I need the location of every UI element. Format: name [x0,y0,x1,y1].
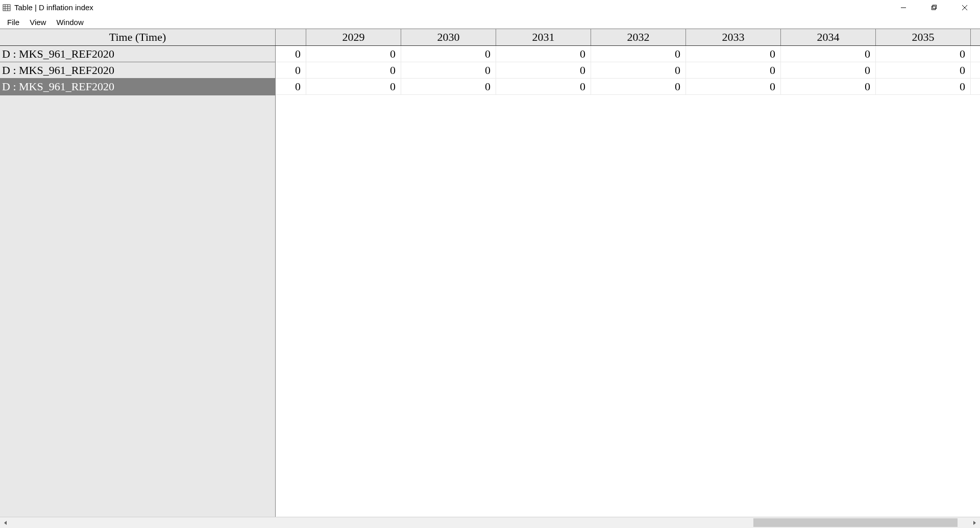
column-header-2030[interactable]: 2030 [401,29,496,45]
column-header-2034[interactable]: 2034 [781,29,876,45]
table-filler [0,95,980,517]
data-cell-tail [971,46,980,62]
svg-rect-7 [933,5,937,9]
svg-marker-11 [973,521,976,525]
column-header-2031[interactable]: 2031 [496,29,591,45]
data-cell[interactable]: 0 [686,46,781,62]
time-header[interactable]: Time (Time) [0,29,276,45]
data-cell[interactable]: 0 [276,46,306,62]
column-header-2032[interactable]: 2032 [591,29,686,45]
menubar: File View Window [0,15,980,29]
maximize-button[interactable] [919,0,949,15]
table-row[interactable]: D : MKS_961_REF202000000000 [0,62,980,79]
data-cell[interactable]: 0 [876,46,971,62]
column-header-2033[interactable]: 2033 [686,29,781,45]
window-title: Table | D inflation index [14,3,93,12]
scrollbar-track[interactable] [11,517,969,528]
data-area-filler [276,95,980,517]
table-row[interactable]: D : MKS_961_REF202000000000 [0,46,980,62]
data-cell[interactable]: 0 [591,46,686,62]
horizontal-scrollbar[interactable] [0,517,980,528]
data-cell[interactable]: 0 [876,62,971,79]
data-cell[interactable]: 0 [496,46,591,62]
data-cell[interactable]: 0 [686,79,781,95]
data-cell[interactable]: 0 [401,46,496,62]
data-cell-tail [971,79,980,95]
data-cell[interactable]: 0 [306,46,401,62]
titlebar: Table | D inflation index [0,0,980,15]
data-cell[interactable]: 0 [591,62,686,79]
data-cell[interactable]: 0 [496,79,591,95]
data-cell[interactable]: 0 [591,79,686,95]
menu-window[interactable]: Window [51,15,88,29]
row-header-filler [0,95,276,517]
data-cell[interactable]: 0 [401,79,496,95]
table-rows: D : MKS_961_REF202000000000D : MKS_961_R… [0,46,980,95]
menu-view[interactable]: View [24,15,51,29]
scrollbar-thumb[interactable] [753,518,958,527]
minimize-button[interactable] [888,0,919,15]
window: Table | D inflation index File View Wind… [0,0,980,528]
data-cell[interactable]: 0 [686,62,781,79]
column-header-tail [971,29,980,45]
menu-file[interactable]: File [2,15,24,29]
svg-marker-10 [4,521,7,525]
table-header-row: Time (Time) 2029 2030 2031 2032 2033 203… [0,29,980,46]
data-cell[interactable]: 0 [401,62,496,79]
data-cell[interactable]: 0 [276,79,306,95]
table-app-icon [2,3,11,12]
data-cell[interactable]: 0 [306,79,401,95]
table-area: Time (Time) 2029 2030 2031 2032 2033 203… [0,29,980,517]
data-cell[interactable]: 0 [876,79,971,95]
table-row[interactable]: D : MKS_961_REF202000000000 [0,79,980,95]
data-cell[interactable]: 0 [306,62,401,79]
svg-rect-0 [3,5,10,11]
column-header-2029[interactable]: 2029 [306,29,401,45]
window-controls [888,0,980,15]
close-button[interactable] [949,0,980,15]
scroll-left-arrow-icon[interactable] [0,517,11,528]
data-cell[interactable]: 0 [276,62,306,79]
data-cell-tail [971,62,980,79]
data-cell[interactable]: 0 [781,79,876,95]
data-cell[interactable]: 0 [781,62,876,79]
svg-rect-6 [932,6,936,10]
column-header-blank[interactable] [276,29,306,45]
scroll-right-arrow-icon[interactable] [969,517,980,528]
column-header-2035[interactable]: 2035 [876,29,971,45]
row-header[interactable]: D : MKS_961_REF2020 [0,46,276,62]
data-cell[interactable]: 0 [496,62,591,79]
data-cell[interactable]: 0 [781,46,876,62]
row-header[interactable]: D : MKS_961_REF2020 [0,62,276,79]
row-header[interactable]: D : MKS_961_REF2020 [0,79,276,95]
